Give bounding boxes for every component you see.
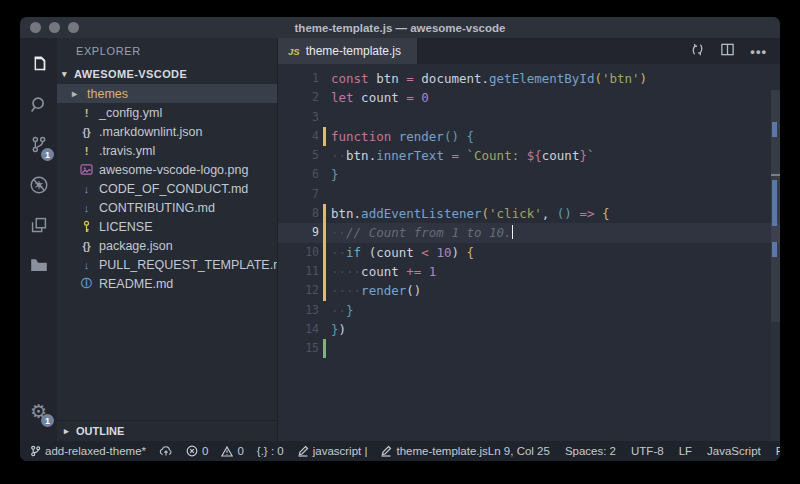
code-line-10[interactable]: 10··if (count < 10) { [278,243,780,262]
line-number: 8 [278,204,319,223]
text-cursor [512,225,514,239]
status-left-cloud-upload-icon[interactable] [159,445,173,457]
cloud-upload-icon [159,445,173,457]
sync-changes-icon[interactable] [690,42,705,61]
code-line-2[interactable]: 2let count = 0 [278,88,780,107]
code-text: btn.addEventListener('click', () => { [326,204,610,223]
code-line-12[interactable]: 12····render() [278,281,780,300]
edit-file-icon [380,445,392,457]
code-text [326,339,331,358]
file-item-LICENSE[interactable]: LICENSE [57,217,277,236]
code-line-1[interactable]: 1const btn = document.getElementById('bt… [278,69,780,88]
code-text: } [326,165,339,184]
code-text: }) [326,320,346,339]
more-actions-icon[interactable]: ••• [750,44,767,59]
code-line-7[interactable]: 7 [278,185,780,204]
code-line-8[interactable]: 8btn.addEventListener('click', () => { [278,204,780,223]
status-left-javascript[interactable]: javascript | [297,445,368,457]
status-left-theme-template-js[interactable]: theme-template.js [380,445,487,457]
line-number: 13 [278,301,319,320]
code-line-5[interactable]: 5··btn.innerText = `Count: ${count}` [278,146,780,165]
file-item-package.json[interactable]: {}package.json [57,236,277,255]
code-line-11[interactable]: 11····count += 1 [278,262,780,281]
settings-gear-icon[interactable]: ⚙ 1 [20,391,57,431]
folder-view-icon[interactable] [20,245,57,285]
file-item-awesome-vscode-logo.png[interactable]: awesome-vscode-logo.png [57,160,277,179]
status-label: JavaScript [707,445,761,457]
status-right-lf[interactable]: LF [679,445,692,457]
key-icon [78,220,95,233]
close-window-button[interactable] [30,22,41,33]
line-number: 9 [278,223,319,242]
edit-file-icon [297,445,309,457]
debug-icon[interactable] [20,165,57,205]
outline-label: OUTLINE [76,425,124,437]
source-control-icon[interactable]: 1 [20,125,57,165]
minimize-window-button[interactable] [49,22,60,33]
status-label: LF [679,445,692,457]
status-left-0[interactable]: {.} : 0 [257,445,284,457]
file-label: CODE_OF_CONDUCT.md [99,182,248,196]
project-section-header[interactable]: ▾ AWESOME-VSCODE [57,64,277,84]
status-label: {.} : 0 [257,445,284,457]
js-file-icon: JS [288,46,300,57]
line-number: 14 [278,320,319,339]
code-line-13[interactable]: 13··} [278,301,780,320]
json-braces-icon: {} [78,240,95,252]
split-editor-icon[interactable] [720,42,735,61]
search-icon[interactable] [20,85,57,125]
status-right-ln-9-col-25[interactable]: Ln 9, Col 25 [488,445,550,457]
tab-theme-template[interactable]: JS theme-template.js [278,38,417,64]
line-number: 10 [278,243,319,262]
error-icon [186,445,198,457]
yaml-warning-icon: ! [78,145,95,157]
chevron-down-icon: ▾ [62,69,74,79]
file-item-.markdownlint.json[interactable]: {}.markdownlint.json [57,122,277,141]
file-item-PULL_REQUEST_TEMPLATE.md[interactable]: ↓PULL_REQUEST_TEMPLATE.md [57,255,277,274]
file-item-CODE_OF_CONDUCT.md[interactable]: ↓CODE_OF_CONDUCT.md [57,179,277,198]
outline-section-header[interactable]: ▸ OUTLINE [57,420,277,441]
file-item-.travis.yml[interactable]: !.travis.yml [57,141,277,160]
status-label: javascript | [313,445,368,457]
status-left-add-relaxed-theme[interactable]: add-relaxed-theme* [30,445,146,457]
markdown-down-icon: ↓ [78,202,95,214]
status-left-0[interactable]: 0 [221,445,243,457]
image-icon [78,164,95,175]
line-number: 5 [278,146,319,165]
code-line-15[interactable]: 15 [278,339,780,358]
status-left-0[interactable]: 0 [186,445,208,457]
file-item-CONTRIBUTING.md[interactable]: ↓CONTRIBUTING.md [57,198,277,217]
code-line-3[interactable]: 3 [278,108,780,127]
activity-bar: 1 ⚙ 1 [20,38,57,441]
code-text: function render() { [326,127,474,146]
code-line-4[interactable]: 4function render() { [278,127,780,146]
zoom-window-button[interactable] [68,22,79,33]
code-line-9[interactable]: 9··// Count from 1 to 10. [278,223,780,242]
status-right-prettier[interactable]: Prettier [776,445,780,457]
code-text [326,185,331,204]
chevron-right-icon: ▸ [64,426,76,436]
extensions-icon[interactable] [20,205,57,245]
file-item-README.md[interactable]: ⓘREADME.md [57,274,277,293]
code-line-14[interactable]: 14}) [278,320,780,339]
explorer-icon[interactable] [20,45,57,85]
overview-decoration [772,180,777,226]
file-item-themes[interactable]: ▸themes [57,84,277,103]
line-number: 12 [278,281,319,300]
status-right-javascript[interactable]: JavaScript [707,445,761,457]
info-icon: ⓘ [78,276,95,291]
file-item-_config.yml[interactable]: !_config.yml [57,103,277,122]
file-label: CONTRIBUTING.md [99,201,215,215]
status-bar: add-relaxed-theme*00{.} : 0javascript |t… [20,441,780,461]
editor-group: JS theme-template.js [277,38,780,441]
status-label: Ln 9, Col 25 [488,445,550,457]
status-label: theme-template.js [396,445,487,457]
warning-icon [221,446,233,457]
code-line-6[interactable]: 6} [278,165,780,184]
markdown-down-icon: ↓ [78,259,95,271]
status-right-utf-8[interactable]: UTF-8 [631,445,664,457]
file-label: LICENSE [99,220,153,234]
status-right-spaces-2[interactable]: Spaces: 2 [565,445,616,457]
overview-ruler[interactable] [771,90,780,441]
code-area[interactable]: 1const btn = document.getElementById('bt… [278,64,780,441]
